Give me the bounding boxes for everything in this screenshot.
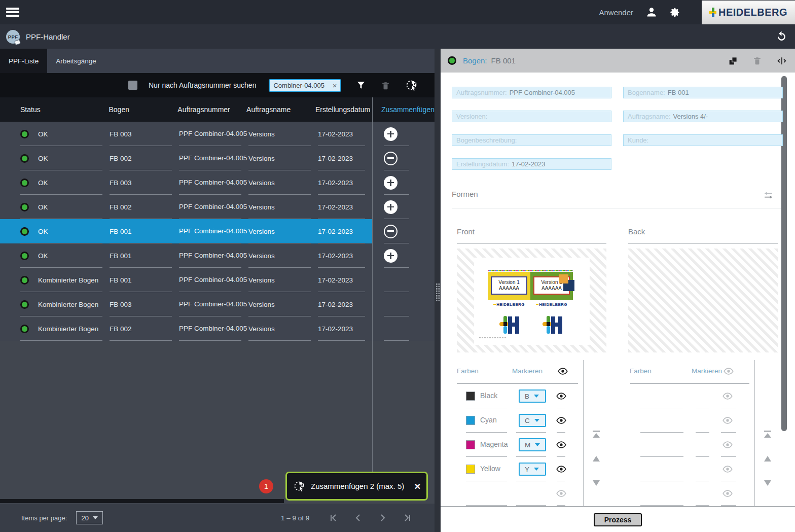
detail-field[interactable]: Bogenname:FB 001 [623,87,783,98]
table-row[interactable]: Kombinierter BogenFB 002PPF Combiner-04.… [0,316,435,341]
detail-field[interactable]: Auftragsname:Versions 4/- [623,111,783,122]
mark-select[interactable]: C [519,414,546,427]
next-page-button[interactable] [377,512,389,524]
merge-add-button[interactable] [384,249,397,263]
field-label: Bogenbeschreibung: [456,136,517,144]
column-header-bogen[interactable]: Bogen [109,97,177,122]
mark-select[interactable]: M [519,438,546,451]
fine-print-placeholder [479,337,507,338]
last-page-button[interactable] [402,512,414,524]
user-icon[interactable] [645,6,658,18]
heidelberg-h-logo [543,316,562,334]
tab-arbeitsgaenge[interactable]: Arbeitsgänge [47,49,105,73]
mark-select[interactable]: Y [519,463,546,476]
search-filter-chip[interactable]: Combiner-04.005 × [269,79,341,92]
table-row[interactable]: OKFB 003PPF Combiner-04.005Versions17-02… [0,122,435,146]
column-divider [372,97,373,499]
field-value: 17-02-2023 [512,160,546,168]
detail-field[interactable]: Bogenbeschreibung: [452,134,611,146]
column-header-zusammenfuegen[interactable]: Zusammenfügen [370,97,435,122]
front-colors-header: Farben Markieren [452,360,583,384]
erstellungsdatum-cell: 17-02-2023 [318,243,372,268]
detail-field[interactable]: Auftragsnummer:PPF Combiner-04.005 [452,87,611,98]
visibility-eye-icon[interactable] [556,464,567,475]
move-down-icon[interactable] [591,479,602,487]
vertical-scrollbar[interactable] [781,76,787,431]
zusammenfuegen-cell [372,195,435,219]
swap-sides-icon[interactable] [762,190,775,201]
table-row[interactable]: OKFB 003PPF Combiner-04.005Versions17-02… [0,170,435,195]
gear-icon[interactable] [670,7,680,18]
table-row[interactable]: OKFB 002PPF Combiner-04.005Versions17-02… [0,146,435,170]
top-bar: Anwender HEIDELBERG [0,0,795,24]
field-value: FB 001 [668,89,689,96]
move-up-icon[interactable] [591,455,602,463]
vertical-divider [583,360,584,506]
table-row[interactable]: OKFB 001PPF Combiner-04.005Versions17-02… [0,219,435,243]
table-row[interactable]: OKFB 002PPF Combiner-04.005Versions17-02… [0,195,435,219]
color-name: Black [480,392,497,400]
delete-icon[interactable] [381,80,390,91]
auftragsnummer-cell: PPF Combiner-04.005 [179,292,248,316]
column-header-auftragsnummer[interactable]: Auftragsnummer [177,97,246,122]
process-button[interactable]: Prozess [594,513,642,526]
first-page-button[interactable] [327,512,339,524]
auftragsname-cell: Versions [248,243,318,268]
visibility-eye-icon[interactable] [557,366,568,377]
merge-select-mode-icon [293,480,306,492]
mark-select[interactable]: B [519,389,546,403]
tab-ppf-liste[interactable]: PPF-Liste [0,49,47,73]
zusammenfuegen-cell [372,170,435,195]
column-header-status[interactable]: Status [0,97,109,122]
auftragsname-cell: Versions [248,292,318,316]
farben-header: Farben [630,367,652,375]
refresh-icon[interactable] [775,30,788,43]
merge-remove-button[interactable] [384,225,397,238]
visibility-eye-icon[interactable] [556,415,567,426]
bogen-detail-panel: Bogen: FB 001 Formen Front Back Versio [441,49,795,532]
color-swatch [466,416,475,425]
farben-header: Farben [457,367,479,375]
status-cell: OK [0,195,110,219]
table-row[interactable]: OKFB 001PPF Combiner-04.005Versions17-02… [0,243,435,268]
detail-field[interactable]: Kunde: [623,134,783,146]
horizontal-scrollbar[interactable] [0,499,284,503]
auftragsname-cell: Versions [248,316,318,341]
color-row-empty [625,408,754,433]
splitter-drag-handle[interactable] [436,283,440,301]
table-row[interactable]: Kombinierter BogenFB 001PPF Combiner-04.… [0,268,435,292]
visibility-eye-icon[interactable] [556,391,567,402]
detail-field[interactable]: Erstellungsdatum:17-02-2023 [452,158,611,170]
move-to-top-icon[interactable] [762,430,773,439]
merge-select-mode-icon[interactable] [405,79,418,92]
detail-field[interactable]: Versionen: [452,111,611,122]
duplicate-icon[interactable] [728,55,739,66]
toast-close-icon[interactable]: × [414,481,420,491]
move-down-icon[interactable] [762,479,773,487]
field-label: Auftragsnummer: [456,89,507,96]
hamburger-menu-icon[interactable] [6,8,19,17]
merge-remove-button[interactable] [384,152,397,165]
delete-icon[interactable] [752,55,762,66]
chip-close-icon[interactable]: × [333,82,337,89]
previous-page-button[interactable] [352,512,364,524]
merge-add-button[interactable] [384,127,397,141]
detail-header-value: FB 001 [491,56,516,65]
column-header-erstellungsdatum[interactable]: Erstellungsdatum [315,97,370,122]
expand-panel-icon[interactable] [776,55,788,66]
visibility-eye-icon[interactable] [556,439,567,450]
merge-add-button[interactable] [384,200,397,214]
column-header-auftragsname[interactable]: Auftragsname [246,97,315,122]
items-per-page-label: Items per page: [21,514,67,522]
move-to-top-icon[interactable] [591,430,602,439]
filter-icon[interactable] [356,80,366,90]
table-row[interactable]: Kombinierter BogenFB 003PPF Combiner-04.… [0,292,435,316]
auftragsname-cell: Versions [248,170,318,195]
back-label: Back [628,227,645,236]
auftragsnummer-only-checkbox[interactable] [128,81,137,90]
merge-add-button[interactable] [384,176,397,190]
status-cell: Kombinierter Bogen [0,292,110,316]
table-header: Status Bogen Auftragsnummer Auftragsname… [0,97,435,122]
items-per-page-select[interactable]: 20 [76,511,103,524]
move-up-icon[interactable] [762,455,773,463]
